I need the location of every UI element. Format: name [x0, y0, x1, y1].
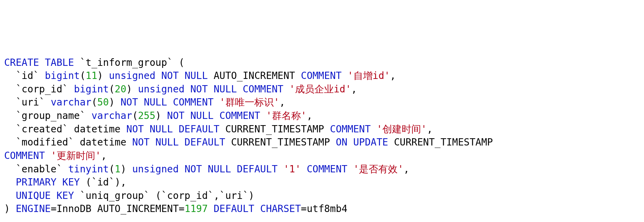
comment-modified: '更新时间' [51, 150, 101, 161]
comment-created: '创建时间' [377, 123, 427, 135]
comment-corp-id: '成员企业id' [289, 83, 351, 95]
comment-group-name: '群名称' [266, 110, 307, 121]
kw-create: CREATE [4, 57, 39, 68]
col-created: `created` [16, 123, 68, 135]
col-enable: `enable` [16, 163, 62, 175]
col-corp-id: `corp_id` [16, 83, 68, 95]
sql-code-block: CREATE TABLE `t_inform_group` ( `id` big… [4, 56, 640, 216]
comment-uri: '群唯一标识' [219, 97, 280, 108]
col-uri: `uri` [16, 97, 45, 108]
col-id: `id` [16, 70, 39, 81]
table-name: `t_inform_group` [80, 57, 173, 68]
comment-id: '自增id' [348, 70, 390, 81]
comment-enable: '是否有效' [353, 163, 404, 175]
kw-table: TABLE [45, 57, 74, 68]
primary-key: PRIMARY [16, 176, 57, 188]
col-group-name: `group_name` [16, 110, 86, 121]
unique-key: UNIQUE [16, 190, 51, 201]
engine: ENGINE [16, 203, 51, 214]
col-modified: `modified` [16, 137, 74, 148]
